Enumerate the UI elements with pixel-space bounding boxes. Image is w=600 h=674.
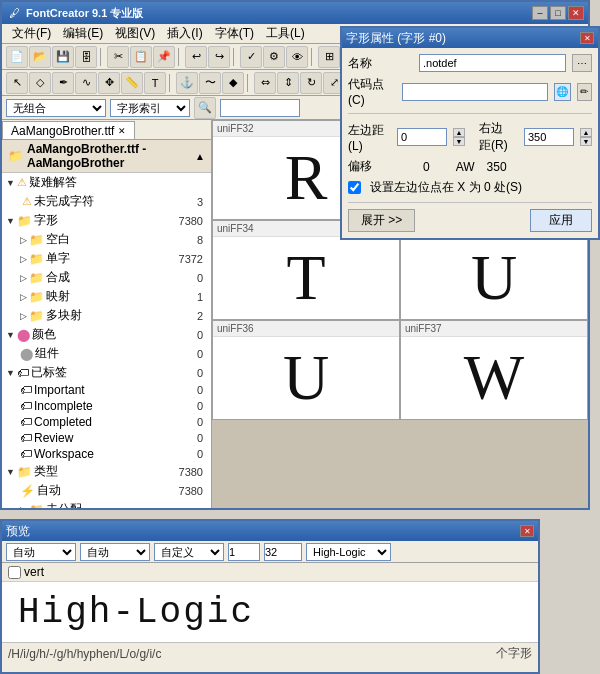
tree-item-troubleshoot[interactable]: ▼ ⚠ 疑难解答 — [2, 173, 211, 192]
zero-checkbox[interactable] — [348, 181, 361, 194]
tree-item-types[interactable]: ▼ 📁 类型 7380 — [2, 462, 211, 481]
sharp-icon[interactable]: ◆ — [222, 72, 244, 94]
auto-icon: ⚡ — [20, 484, 35, 498]
redo-icon[interactable]: ↪ — [208, 46, 230, 68]
search-icon[interactable]: 🔍 — [194, 97, 216, 119]
preview-combo-1[interactable]: 自动 — [6, 543, 76, 561]
rotate-icon[interactable]: ↻ — [300, 72, 322, 94]
group-combo[interactable]: 无组合 — [6, 99, 106, 117]
warning-folder-icon: ⚠ — [17, 176, 27, 189]
tree-item-color[interactable]: ▼ ⬤ 颜色 0 — [2, 325, 211, 344]
menu-tools[interactable]: 工具(L) — [260, 23, 311, 44]
save-all-icon[interactable]: 🗄 — [75, 46, 97, 68]
menu-view[interactable]: 视图(V) — [109, 23, 161, 44]
contour-icon[interactable]: ◇ — [29, 72, 51, 94]
pen-icon[interactable]: ✒ — [52, 72, 74, 94]
codepoint-icon-btn[interactable]: 🌐 — [554, 83, 571, 101]
name-browse-btn[interactable]: ⋯ — [572, 54, 592, 72]
tree-item-important[interactable]: 🏷 Important 0 — [2, 382, 211, 398]
grid-icon[interactable]: ⊞ — [318, 46, 340, 68]
tree-item-completed[interactable]: 🏷 Completed 0 — [2, 414, 211, 430]
cut-icon[interactable]: ✂ — [107, 46, 129, 68]
tree-item-review[interactable]: 🏷 Review 0 — [2, 430, 211, 446]
paste-icon[interactable]: 📌 — [153, 46, 175, 68]
generate-icon[interactable]: ⚙ — [263, 46, 285, 68]
menu-font[interactable]: 字体(T) — [209, 23, 260, 44]
search-input[interactable] — [220, 99, 300, 117]
tree-item-blank[interactable]: ▷ 📁 空白 8 — [2, 230, 211, 249]
menu-edit[interactable]: 编辑(E) — [57, 23, 109, 44]
new-icon[interactable]: 📄 — [6, 46, 28, 68]
preview-glyphs-text: /H/i/g/h/-/g/h/hyphen/L/o/g/i/c — [8, 647, 161, 661]
left-input[interactable] — [397, 128, 447, 146]
single-folder-icon: 📁 — [29, 252, 44, 266]
tree-item-unmatched[interactable]: ▷ 📁 未公配 — [2, 500, 211, 508]
save-icon[interactable]: 💾 — [52, 46, 74, 68]
tree-item-multimap[interactable]: ▷ 📁 多块射 2 — [2, 306, 211, 325]
copy-icon[interactable]: 📋 — [130, 46, 152, 68]
select-icon[interactable]: ↖ — [6, 72, 28, 94]
index-combo[interactable]: 字形索引 — [110, 99, 190, 117]
open-icon[interactable]: 📂 — [29, 46, 51, 68]
maximize-button[interactable]: □ — [550, 6, 566, 20]
preview-font-combo[interactable]: High-Logic — [306, 543, 391, 561]
vert-checkbox[interactable] — [8, 566, 21, 579]
multimap-folder-icon: 📁 — [29, 309, 44, 323]
completed-tag-icon: 🏷 — [20, 415, 32, 429]
tree-item-workspace[interactable]: 🏷 Workspace 0 — [2, 446, 211, 462]
checkbox-label: 设置左边位点在 X 为 0 处(S) — [370, 179, 522, 196]
right-spin[interactable]: ▲ ▼ — [580, 128, 592, 146]
preview-combo-2[interactable]: 自动 — [80, 543, 150, 561]
preview-window: 预览 ✕ 自动 自动 自定义 High-Logic vert High-Logi… — [0, 519, 540, 674]
tree-item-mapping[interactable]: ▷ 📁 映射 1 — [2, 287, 211, 306]
apply-button[interactable]: 应用 — [530, 209, 592, 232]
tree-item-incomplete-chars[interactable]: ⚠ 未完成字符 3 — [2, 192, 211, 211]
file-tab[interactable]: AaMangoBrother.ttf ✕ — [2, 121, 135, 139]
left-spin-down[interactable]: ▼ — [453, 137, 465, 146]
preview-combo-3[interactable]: 自定义 — [154, 543, 224, 561]
minimize-button[interactable]: – — [532, 6, 548, 20]
codepoint-input[interactable] — [402, 83, 548, 101]
tree-item-single[interactable]: ▷ 📁 单字 7372 — [2, 249, 211, 268]
bezier-icon[interactable]: ∿ — [75, 72, 97, 94]
smooth-icon[interactable]: 〜 — [199, 72, 221, 94]
left-spin[interactable]: ▲ ▼ — [453, 128, 465, 146]
preview-size-input[interactable] — [264, 543, 302, 561]
preview-icon[interactable]: 👁 — [286, 46, 308, 68]
menu-file[interactable]: 文件(F) — [6, 23, 57, 44]
prop-close-button[interactable]: ✕ — [580, 32, 594, 44]
expand-icon-types: ▼ — [6, 467, 15, 477]
tab-close-icon[interactable]: ✕ — [118, 126, 126, 136]
glyph-cell-W[interactable]: uniFF37 W — [400, 320, 588, 420]
tree-item-tagged[interactable]: ▼ 🏷 已标签 0 — [2, 363, 211, 382]
close-button[interactable]: ✕ — [568, 6, 584, 20]
scroll-up-icon[interactable]: ▲ — [195, 151, 205, 162]
undo-icon[interactable]: ↩ — [185, 46, 207, 68]
measure-icon[interactable]: 📏 — [121, 72, 143, 94]
tree-item-incomplete[interactable]: 🏷 Incomplete 0 — [2, 398, 211, 414]
move-icon[interactable]: ✥ — [98, 72, 120, 94]
aw-label: AW — [456, 160, 475, 174]
tree-item-glyphs[interactable]: ▼ 📁 字形 7380 — [2, 211, 211, 230]
expand-button[interactable]: 展开 >> — [348, 209, 415, 232]
validate-icon[interactable]: ✓ — [240, 46, 262, 68]
tree-item-compound[interactable]: ▷ 📁 合成 0 — [2, 268, 211, 287]
tab-bar: AaMangoBrother.ttf ✕ — [2, 120, 211, 140]
tree-item-component[interactable]: ⬤ 组件 0 — [2, 344, 211, 363]
preview-spin-input[interactable] — [228, 543, 260, 561]
glyph-cell-U2[interactable]: uniFF36 U — [212, 320, 400, 420]
preview-close-btn[interactable]: ✕ — [520, 525, 534, 537]
right-spin-up[interactable]: ▲ — [580, 128, 592, 137]
right-spin-down[interactable]: ▼ — [580, 137, 592, 146]
name-input[interactable] — [419, 54, 566, 72]
text-icon[interactable]: T — [144, 72, 166, 94]
anchor-icon[interactable]: ⚓ — [176, 72, 198, 94]
flip-h-icon[interactable]: ⇔ — [254, 72, 276, 94]
flip-v-icon[interactable]: ⇕ — [277, 72, 299, 94]
right-input[interactable] — [524, 128, 574, 146]
codepoint-edit-btn[interactable]: ✏ — [577, 83, 592, 101]
menu-insert[interactable]: 插入(I) — [161, 23, 208, 44]
tree-item-auto[interactable]: ⚡ 自动 7380 — [2, 481, 211, 500]
left-spin-up[interactable]: ▲ — [453, 128, 465, 137]
expand-icon-2: ▼ — [6, 216, 15, 226]
